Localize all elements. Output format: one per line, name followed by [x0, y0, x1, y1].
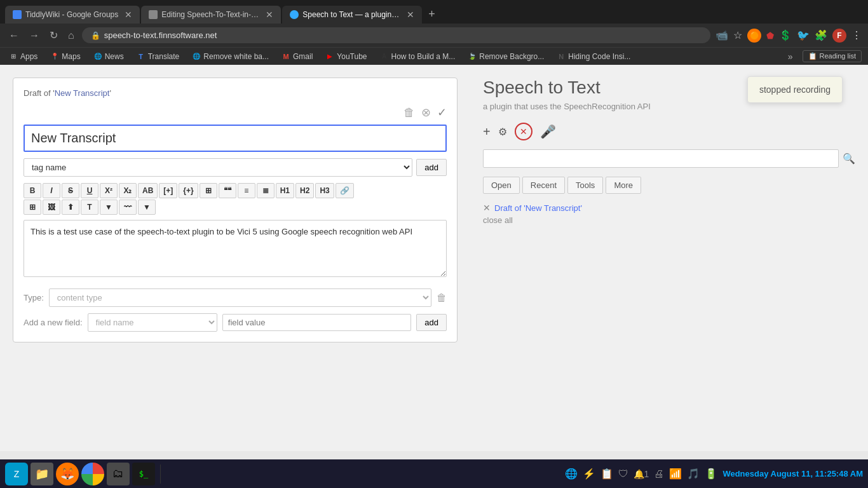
- bookmark-apps[interactable]: ⊞ Apps: [6, 51, 40, 62]
- main-content: Draft of 'New Transcript' 🗑 ⊗ ✓ tag name…: [0, 65, 868, 451]
- tab-close-btn[interactable]: ✕: [125, 10, 132, 20]
- dropdown2-button[interactable]: ▼: [138, 200, 156, 215]
- stopped-recording-tooltip: stopped recording: [747, 76, 843, 103]
- image-button[interactable]: 🖼: [43, 200, 60, 215]
- field-name-select[interactable]: field name: [88, 313, 217, 332]
- subscript-button[interactable]: X₂: [119, 183, 137, 198]
- taskbar-folder-icon[interactable]: 🗂: [107, 463, 130, 485]
- bookmark-hiding-code[interactable]: N Hiding Code Insi...: [554, 51, 633, 62]
- bookmark-remove-white[interactable]: 🌐 Remove white ba...: [189, 51, 271, 62]
- quote-button[interactable]: ❝❝: [219, 183, 236, 198]
- bookmark-news[interactable]: 🌐 News: [91, 51, 126, 62]
- cancel-circle-button[interactable]: ✕: [515, 123, 532, 140]
- shield-icon: 🛡: [618, 468, 628, 480]
- search-button[interactable]: 🔍: [843, 152, 855, 165]
- bookmark-label: Remove white ba...: [203, 52, 269, 61]
- tab-editing[interactable]: Editing Speech-To-Text-in-Tw... ✕: [141, 6, 281, 24]
- upload-button[interactable]: ⬆: [62, 200, 79, 215]
- tab-close-btn[interactable]: ✕: [266, 10, 273, 20]
- menu-button[interactable]: ⋮: [851, 29, 862, 41]
- taskbar-zorin-icon[interactable]: Z: [5, 463, 28, 485]
- insert-button[interactable]: [+]: [159, 183, 177, 198]
- reading-list-button[interactable]: 📋 Reading list: [803, 50, 862, 62]
- numbered-list-button[interactable]: ≣: [257, 183, 275, 198]
- bookmark-youtube[interactable]: ▶ YouTube: [323, 51, 369, 62]
- video-icon[interactable]: 📹: [715, 29, 728, 41]
- code-button[interactable]: AB: [138, 183, 158, 198]
- add-button[interactable]: +: [483, 125, 491, 139]
- tab-more[interactable]: More: [606, 177, 641, 194]
- tab-speech[interactable]: Speech to Text — a plugin th... ✕: [282, 6, 422, 24]
- italic-button[interactable]: I: [43, 183, 60, 198]
- table-button[interactable]: ⊞: [200, 183, 217, 198]
- back-button[interactable]: ←: [6, 29, 22, 43]
- taskbar-chrome-icon[interactable]: ●: [81, 463, 104, 485]
- macro-button[interactable]: {+}: [179, 183, 198, 198]
- tab-open[interactable]: Open: [483, 177, 520, 194]
- home-button[interactable]: ⌂: [65, 29, 77, 43]
- h3-button[interactable]: H3: [315, 183, 334, 198]
- close-all-button[interactable]: close all: [483, 215, 855, 225]
- tag-select[interactable]: tag name: [24, 158, 412, 177]
- h2-button[interactable]: H2: [295, 183, 314, 198]
- refresh-button[interactable]: ↻: [47, 28, 60, 43]
- bookmark-translate[interactable]: T Translate: [134, 51, 182, 62]
- taskbar-terminal-icon[interactable]: $_: [132, 463, 155, 485]
- extension2-icon[interactable]: 💲: [779, 29, 792, 41]
- field-value-input[interactable]: [222, 314, 411, 331]
- bookmark-remove-bg[interactable]: 🍃 Remove Backgro...: [465, 51, 546, 62]
- gmail-icon: M: [281, 52, 290, 61]
- field-row: Add a new field: field name add: [24, 313, 447, 332]
- forward-button[interactable]: →: [27, 29, 42, 43]
- battery-icon: 🔋: [705, 468, 717, 480]
- tab-tools[interactable]: Tools: [567, 177, 603, 194]
- type-select[interactable]: content type: [49, 288, 431, 307]
- list-button[interactable]: ≡: [238, 183, 255, 198]
- strikethrough-button[interactable]: S: [62, 183, 79, 198]
- extension3-icon[interactable]: 🐦: [797, 29, 810, 41]
- superscript-button[interactable]: X²: [100, 183, 118, 198]
- tab-close-btn[interactable]: ✕: [407, 10, 414, 20]
- title-input[interactable]: [24, 125, 447, 152]
- microphone-button[interactable]: 🎤: [540, 124, 556, 139]
- tag-add-button[interactable]: add: [416, 159, 447, 176]
- bold-button[interactable]: B: [24, 183, 41, 198]
- field-add-button[interactable]: add: [416, 314, 447, 331]
- delete-button[interactable]: 🗑: [403, 105, 415, 119]
- taskbar-firefox-icon[interactable]: 🦊: [56, 463, 79, 485]
- profile-icon[interactable]: 🟠: [747, 29, 761, 43]
- draft-close-icon[interactable]: ✕: [483, 203, 491, 213]
- bookmark-maps[interactable]: 📍 Maps: [48, 51, 83, 62]
- taskbar: Z 📁 🦊 ● 🗂 $_ 🌐 ⚡ 📋 🛡 🔔1 🖨 📶 🎵 🔋 Wednesda…: [0, 459, 868, 488]
- settings-button[interactable]: ⚙: [498, 126, 507, 138]
- tab-tiddlywiki[interactable]: TiddlyWiki - Google Groups ✕: [5, 6, 140, 24]
- bookmark-how-to-build[interactable]: A How to Build a M...: [377, 51, 458, 62]
- bookmark-star-icon[interactable]: ☆: [733, 29, 742, 41]
- bookmark-gmail[interactable]: M Gmail: [279, 51, 315, 62]
- embed-button[interactable]: ⊞: [24, 200, 41, 215]
- extension1-icon[interactable]: ⬟: [766, 30, 774, 41]
- editor-panel: Draft of 'New Transcript' 🗑 ⊗ ✓ tag name…: [0, 65, 470, 451]
- type-delete-button[interactable]: 🗑: [437, 292, 447, 304]
- editor-textarea[interactable]: This is a test use case of the speech-to…: [24, 220, 447, 277]
- bookmark-label: Remove Backgro...: [479, 52, 544, 61]
- new-tab-button[interactable]: +: [423, 5, 440, 24]
- tilde-button[interactable]: 〰: [119, 200, 137, 215]
- search-input[interactable]: [483, 149, 839, 168]
- confirm-button[interactable]: ✓: [437, 105, 447, 119]
- underline-button[interactable]: U: [81, 183, 98, 198]
- link-button[interactable]: 🔗: [336, 183, 354, 198]
- h1-button[interactable]: H1: [276, 183, 294, 198]
- address-bar[interactable]: 🔒 speech-to-text.finnsoftware.net: [82, 27, 710, 43]
- bookmarks-more-button[interactable]: »: [788, 51, 793, 62]
- cancel-button[interactable]: ⊗: [421, 105, 431, 119]
- tab-title: Speech to Text — a plugin th...: [302, 10, 400, 19]
- extensions-puzzle-icon[interactable]: 🧩: [815, 29, 827, 41]
- font-button[interactable]: T: [81, 200, 98, 215]
- taskbar-files-icon[interactable]: 📁: [31, 463, 53, 485]
- profile-avatar[interactable]: F: [832, 29, 846, 43]
- dropdown-button[interactable]: ▼: [100, 200, 118, 215]
- tab-recent[interactable]: Recent: [522, 177, 565, 194]
- draft-title-link[interactable]: New Transcript: [55, 88, 110, 98]
- draft-item[interactable]: ✕ Draft of 'New Transcript': [483, 203, 855, 213]
